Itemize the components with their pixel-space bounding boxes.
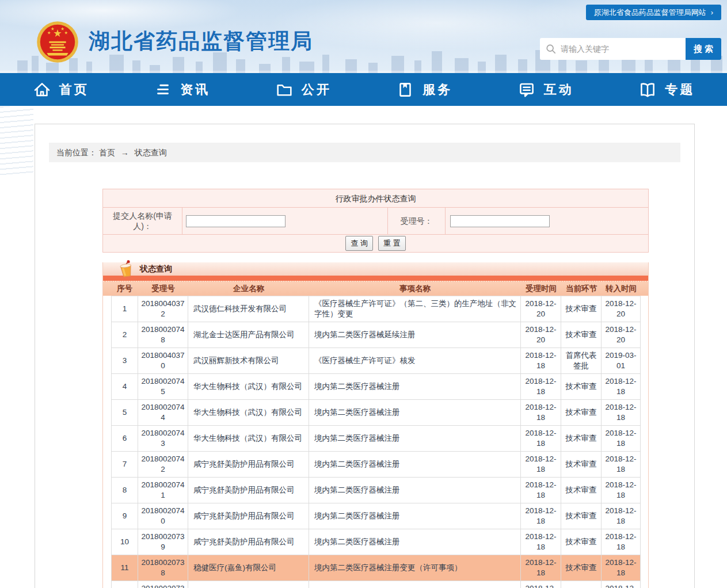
cell-matter: 境内第二类医疗器械注册变更（许可事项） (309, 555, 521, 581)
acceptance-input-cell (446, 208, 648, 234)
cell-accept-no: 20180020741 (138, 478, 188, 503)
nav-item-topics[interactable]: 专题 (606, 73, 727, 106)
table-row[interactable]: 5 20180020744 华大生物科技（武汉）有限公司 境内第二类医疗器械注册… (112, 400, 641, 426)
cell-company: 稳健医疗(嘉鱼)有限公司 (188, 555, 309, 581)
cell-transfer-time: 2018-12-20 (602, 296, 641, 322)
cell-matter: 境内第二类医疗器械注册 (309, 426, 521, 452)
cell-accept-no: 20180020738 (138, 555, 188, 581)
col-header-accept-time: 受理时间 (521, 282, 561, 296)
cell-company: 华大生物科技（武汉）有限公司 (188, 426, 309, 452)
cell-seq: 4 (112, 374, 138, 400)
cell-stage: 技术审查 (561, 452, 602, 478)
content-card: 当前位置： 首页 → 状态查询 行政审批办件状态查询 提交人名称(申请人)： 受… (35, 124, 695, 588)
cell-company: 咸宁兆舒美防护用品有限公司 (188, 529, 309, 555)
cell-company: 武汉德仁科技开发有限公司 (188, 296, 309, 322)
nav-item-news[interactable]: 资讯 (121, 73, 243, 106)
old-site-link-label: 原湖北省食品药品监督管理局网站 (594, 8, 706, 17)
status-result-section: 状态查询 序号 受理号 企业名称 事项名称 受理时间 当前环节 转入时间 1 2… (102, 262, 649, 588)
cell-transfer-time: 2019-03-01 (602, 348, 641, 374)
cell-company: 咸宁兆舒美防护用品有限公司 (188, 503, 309, 529)
cell-transfer-time: 2018-12-18 (602, 452, 641, 478)
news-icon (153, 80, 173, 100)
breadcrumb: 当前位置： 首页 → 状态查询 (49, 143, 680, 162)
table-row[interactable]: 1 20180040372 武汉德仁科技开发有限公司 《医疗器械生产许可证》（第… (112, 296, 641, 322)
search-input[interactable] (561, 44, 681, 54)
acceptance-no-input[interactable] (450, 215, 550, 227)
cell-stage: 技术审查 (561, 374, 602, 400)
nav-item-home[interactable]: 首页 (0, 73, 121, 106)
cell-seq: 11 (112, 555, 138, 581)
query-button[interactable]: 查 询 (345, 236, 373, 251)
table-row[interactable]: 9 20180020740 咸宁兆舒美防护用品有限公司 境内第二类医疗器械注册 … (112, 503, 641, 529)
cell-stage: 技术审查 (561, 581, 602, 588)
col-header-stage: 当前环节 (561, 282, 602, 296)
cell-stage: 技术审查 (561, 400, 602, 426)
table-row[interactable]: 12 20180020737 武汉中科科理光电技术有限公司 境内第二类医疗器械注… (112, 581, 641, 588)
nav-item-public[interactable]: 公开 (242, 73, 364, 106)
applicant-input[interactable] (186, 215, 286, 227)
nav-label: 公开 (302, 81, 332, 98)
cell-matter: 《医疗器械生产许可证》核发 (309, 348, 521, 374)
cell-accept-no: 20180040372 (138, 296, 188, 322)
table-row[interactable]: 10 20180020739 咸宁兆舒美防护用品有限公司 境内第二类医疗器械注册… (112, 529, 641, 555)
cell-company: 咸宁兆舒美防护用品有限公司 (188, 452, 309, 478)
applicant-label-cell: 提交人名称(申请人)： (103, 208, 182, 234)
status-table-body: 1 20180040372 武汉德仁科技开发有限公司 《医疗器械生产许可证》（第… (111, 296, 641, 588)
table-row[interactable]: 8 20180020741 咸宁兆舒美防护用品有限公司 境内第二类医疗器械注册 … (112, 478, 641, 503)
nav-item-service[interactable]: 服务 (364, 73, 485, 106)
applicant-input-cell (182, 208, 388, 234)
cell-matter: 境内第二类医疗器械注册 (309, 374, 521, 400)
breadcrumb-prefix: 当前位置： (56, 148, 97, 157)
cell-transfer-time: 2018-12-18 (602, 581, 641, 588)
cell-seq: 3 (112, 348, 138, 374)
cell-accept-time: 2018-12-18 (521, 529, 561, 555)
nav-item-interact[interactable]: 互动 (485, 73, 606, 106)
cell-stage: 技术审查 (561, 296, 602, 322)
status-section-title: 状态查询 (140, 262, 172, 276)
table-row[interactable]: 3 20180040370 武汉丽辉新技术有限公司 《医疗器械生产许可证》核发 … (112, 348, 641, 374)
cell-company: 武汉丽辉新技术有限公司 (188, 348, 309, 374)
cell-matter: 境内第二类医疗器械注册 (309, 503, 521, 529)
chat-icon (517, 80, 536, 100)
cell-transfer-time: 2018-12-20 (602, 322, 641, 348)
cell-stage: 技术审查 (561, 555, 602, 581)
page: 原湖北省食品药品监督管理局网站› 湖北省药品监督管理局 (0, 0, 727, 588)
status-query-form: 行政审批办件状态查询 提交人名称(申请人)： 受理号： 查 询 重 置 (102, 189, 649, 253)
nav-label: 资讯 (180, 81, 210, 98)
cell-accept-time: 2018-12-18 (521, 426, 561, 452)
cell-transfer-time: 2018-12-18 (602, 374, 641, 400)
cell-company: 湖北金士达医用产品有限公司 (188, 322, 309, 348)
table-row[interactable]: 4 20180020745 华大生物科技（武汉）有限公司 境内第二类医疗器械注册… (112, 374, 641, 400)
status-section-header: 状态查询 (103, 262, 648, 276)
cell-transfer-time: 2018-12-18 (602, 478, 641, 503)
cell-accept-time: 2018-12-18 (521, 503, 561, 529)
cell-matter: 境内第二类医疗器械注册 (309, 581, 521, 588)
cell-accept-time: 2018-12-18 (521, 374, 561, 400)
open-book-icon (638, 80, 657, 100)
breadcrumb-current[interactable]: 状态查询 (135, 148, 167, 157)
cell-matter: 境内第二类医疗器械延续注册 (309, 322, 521, 348)
orange-divider-bar (103, 276, 648, 281)
table-row[interactable]: 7 20180020742 咸宁兆舒美防护用品有限公司 境内第二类医疗器械注册 … (112, 452, 641, 478)
breadcrumb-arrow-icon: → (121, 148, 129, 157)
old-site-link[interactable]: 原湖北省食品药品监督管理局网站› (586, 5, 721, 20)
cell-company: 华大生物科技（武汉）有限公司 (188, 374, 309, 400)
cell-stage: 技术审查 (561, 503, 602, 529)
cell-company: 武汉中科科理光电技术有限公司 (188, 581, 309, 588)
search-icon (546, 44, 556, 54)
cell-transfer-time: 2018-12-18 (602, 503, 641, 529)
drink-glass-icon (118, 260, 135, 278)
search-button[interactable]: 搜 索 (686, 38, 721, 60)
table-row[interactable]: 2 20180020748 湖北金士达医用产品有限公司 境内第二类医疗器械延续注… (112, 322, 641, 348)
breadcrumb-home-link[interactable]: 首页 (99, 148, 115, 157)
cell-accept-time: 2018-12-20 (521, 322, 561, 348)
cell-stage: 技术审查 (561, 426, 602, 452)
reset-button[interactable]: 重 置 (378, 236, 406, 251)
table-row[interactable]: 6 20180020743 华大生物科技（武汉）有限公司 境内第二类医疗器械注册… (112, 426, 641, 452)
cell-stage: 技术审查 (561, 529, 602, 555)
cell-seq: 12 (112, 581, 138, 588)
table-row[interactable]: 11 20180020738 稳健医疗(嘉鱼)有限公司 境内第二类医疗器械注册变… (112, 555, 641, 581)
cell-accept-time: 2018-12-18 (521, 452, 561, 478)
chevron-right-icon: › (711, 8, 713, 17)
cell-company: 华大生物科技（武汉）有限公司 (188, 400, 309, 426)
